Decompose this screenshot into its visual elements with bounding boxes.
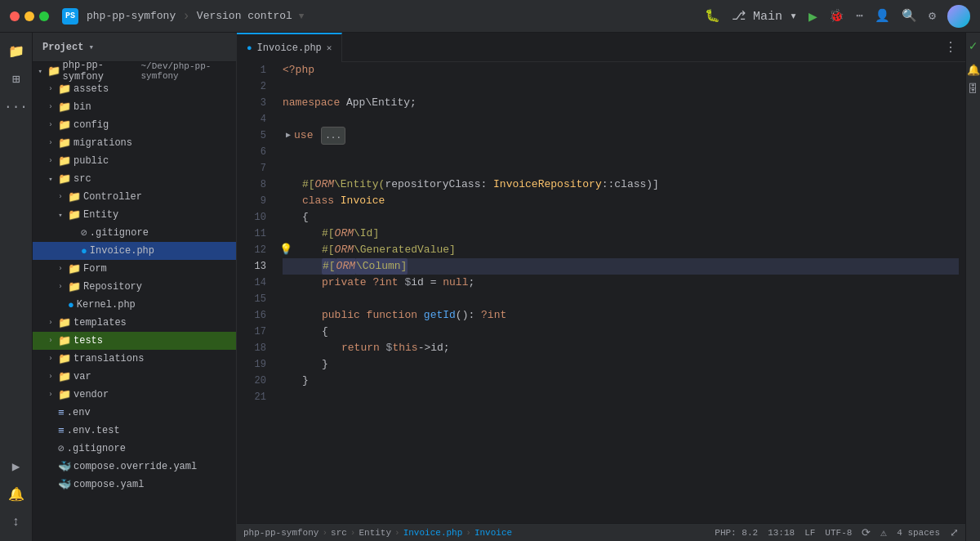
form-label: Form <box>83 263 107 275</box>
semi-18: ; <box>443 340 450 356</box>
use-kw: use <box>294 127 319 144</box>
warning-icon[interactable]: ⚠ <box>880 526 887 539</box>
lightbulb-icon[interactable]: 💡 <box>279 242 292 258</box>
tree-item-controller[interactable]: › 📁 Controller <box>33 188 236 206</box>
tree-item-env[interactable]: ≡ .env <box>33 404 236 422</box>
migrations-folder-icon: 📁 <box>58 136 71 150</box>
file-tree-header: Project ▾ <box>33 33 236 62</box>
translations-label: translations <box>74 353 144 364</box>
fn-brace-close: } <box>322 356 328 373</box>
tree-item-translations[interactable]: › 📁 translations <box>33 350 236 368</box>
user-icon[interactable]: 👤 <box>875 8 890 24</box>
project-dropdown[interactable]: ▾ <box>88 42 94 52</box>
close-button[interactable] <box>10 11 20 21</box>
dollar-14: $ <box>404 275 411 291</box>
notification-bell-icon[interactable]: 🔔 <box>967 64 980 77</box>
vendor-arrow: › <box>46 391 56 399</box>
bc-sep-2: › <box>350 528 356 538</box>
tree-item-config[interactable]: › 📁 config <box>33 116 236 134</box>
more-tools-icon[interactable]: ··· <box>4 95 29 119</box>
tree-item-public[interactable]: › 📁 public <box>33 152 236 170</box>
tree-item-vendor[interactable]: › 📁 vendor <box>33 386 236 404</box>
code-editor[interactable]: 1 2 3 4 5 6 7 8 9 10 11 12 13 14 15 16 1… <box>237 62 965 523</box>
code-line-1: <?php <box>283 62 959 78</box>
notification-icon[interactable]: 🔔 <box>4 482 29 507</box>
code-line-20: } <box>283 373 959 389</box>
code-line-9: class Invoice <box>283 193 959 209</box>
tree-item-invoice[interactable]: ● Invoice.php <box>33 242 236 260</box>
ln-9: 9 <box>237 193 276 209</box>
use-folded-indicator[interactable]: ... <box>321 127 345 145</box>
bug-icon[interactable]: 🐛 <box>705 8 720 24</box>
status-line-col[interactable]: 13:18 <box>768 528 795 538</box>
git-icon[interactable]: ↕ <box>4 510 29 534</box>
status-line-ending[interactable]: LF <box>804 528 815 538</box>
editor-tabs: ● Invoice.php ✕ ⋮ <box>237 33 965 62</box>
editor-menu-button[interactable]: ⋮ <box>936 39 965 56</box>
git-status-icon[interactable]: ⟳ <box>862 526 871 539</box>
tests-label: tests <box>74 335 103 347</box>
tests-folder-icon: 📁 <box>58 334 71 347</box>
repository-folder-icon: 📁 <box>68 280 81 293</box>
tree-item-kernel[interactable]: ● Kernel.php <box>33 296 236 314</box>
tab-close-button[interactable]: ✕ <box>327 42 332 53</box>
env-label: .env <box>67 407 91 418</box>
run-icon[interactable]: ▶ <box>4 454 29 479</box>
tree-item-entity[interactable]: ▾ 📁 Entity <box>33 206 236 224</box>
run-button[interactable]: ▶ <box>808 7 817 25</box>
status-php-version[interactable]: PHP: 8.2 <box>715 528 758 538</box>
database-icon[interactable]: 🗄 <box>968 83 978 96</box>
project-name[interactable]: php-pp-symfony <box>87 10 176 22</box>
line-numbers: 1 2 3 4 5 6 7 8 9 10 11 12 13 14 15 16 1… <box>237 62 276 523</box>
code-line-15 <box>283 291 959 307</box>
tree-item-compose-yaml[interactable]: 🐳 compose.yaml <box>33 476 236 494</box>
tree-item-var[interactable]: › 📁 var <box>33 368 236 386</box>
tree-item-gitignore-entity[interactable]: ⊘ .gitignore <box>33 224 236 242</box>
root-label: php-pp-symfony <box>63 60 136 83</box>
minimize-button[interactable] <box>24 11 34 21</box>
settings-icon[interactable]: ⚙ <box>929 8 936 24</box>
breadcrumb-project: php-pp-symfony <box>243 528 318 538</box>
ln-18: 18 <box>237 340 276 356</box>
tree-item-migrations[interactable]: › 📁 migrations <box>33 134 236 152</box>
tree-item-src[interactable]: ▾ 📁 src <box>33 170 236 188</box>
tree-item-tests[interactable]: › 📁 tests <box>33 332 236 350</box>
tree-item-assets[interactable]: › 📁 assets <box>33 80 236 98</box>
tree-item-compose-override[interactable]: 🐳 compose.override.yaml <box>33 458 236 476</box>
debug-icon[interactable]: 🐞 <box>829 8 844 24</box>
orm-gen-orm: ORM <box>335 242 354 258</box>
version-control-menu[interactable]: Version control <box>197 10 292 22</box>
vcs-icon[interactable]: ⎇ Main ▾ <box>732 8 797 24</box>
tab-invoice[interactable]: ● Invoice.php ✕ <box>237 33 342 62</box>
orm-entity-repo-class: InvoiceRepository <box>493 177 602 193</box>
code-content[interactable]: <?php namespace App\Entity; ▶ use ... <box>276 62 965 523</box>
namespace-kw: namespace <box>283 95 346 111</box>
compose-yaml-icon: 🐳 <box>58 478 71 491</box>
compose-override-icon: 🐳 <box>58 460 71 473</box>
maximize-button[interactable] <box>39 11 49 21</box>
orm-entity-repo-param: repositoryClass: <box>385 177 493 193</box>
tree-root[interactable]: ▾ 📁 php-pp-symfony ~/Dev/php-pp-symfony <box>33 62 236 80</box>
gitignore-root-label: .gitignore <box>67 443 126 454</box>
tree-item-env-test[interactable]: ≡ .env.test <box>33 422 236 440</box>
class-kw: class <box>302 193 341 209</box>
tab-filename: Invoice.php <box>257 42 322 54</box>
structure-icon[interactable]: ⊞ <box>4 67 29 92</box>
class-name: Invoice <box>341 193 385 209</box>
search-icon[interactable]: 🔍 <box>902 8 917 24</box>
status-encoding[interactable]: UTF-8 <box>825 528 852 538</box>
expand-icon[interactable]: ⤢ <box>950 526 959 539</box>
folder-icon[interactable]: 📁 <box>4 39 29 64</box>
fold-arrow-5[interactable]: ▶ <box>283 127 294 144</box>
tree-item-templates[interactable]: › 📁 templates <box>33 314 236 332</box>
tree-item-bin[interactable]: › 📁 bin <box>33 98 236 116</box>
tree-item-form[interactable]: › 📁 Form <box>33 260 236 278</box>
gitignore-entity-icon: ⊘ <box>81 226 87 239</box>
tree-item-gitignore-root[interactable]: ⊘ .gitignore <box>33 440 236 458</box>
editor-area: ● Invoice.php ✕ ⋮ 1 2 3 4 5 6 7 8 9 10 1… <box>237 33 965 541</box>
compose-yaml-label: compose.yaml <box>74 479 144 490</box>
status-indent[interactable]: 4 spaces <box>897 528 940 538</box>
breadcrumb-file: Invoice.php <box>403 528 463 538</box>
more-icon[interactable]: ⋯ <box>856 8 863 24</box>
tree-item-repository[interactable]: › 📁 Repository <box>33 278 236 296</box>
